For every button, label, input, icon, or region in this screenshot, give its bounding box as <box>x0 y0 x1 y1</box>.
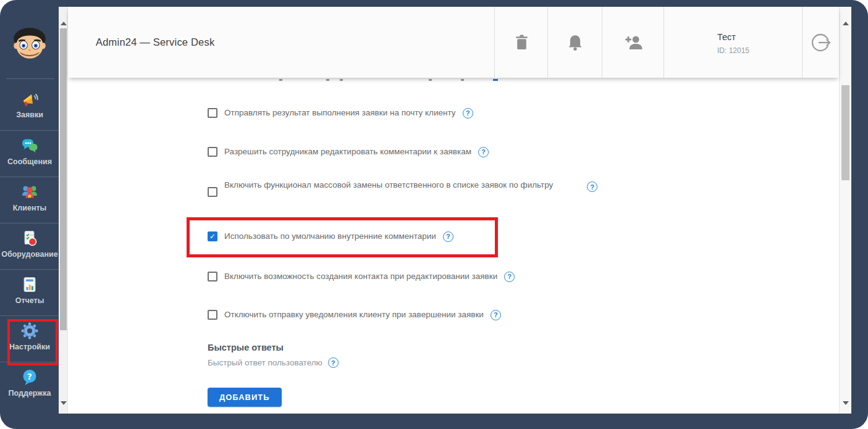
help-icon[interactable]: ? <box>504 272 515 282</box>
checkbox[interactable] <box>208 310 217 320</box>
setting-label: Использовать по умолчанию внутренние ком… <box>224 230 436 243</box>
user-menu[interactable]: Тест ID: 12015 <box>664 7 803 78</box>
sidebar-item-label: Отчеты <box>15 296 44 305</box>
content-scrollbar[interactable] <box>59 7 68 414</box>
sidebar-item-label: Оборудование <box>1 250 57 259</box>
sidebar-item-label: Настройки <box>9 343 50 351</box>
checkbox[interactable] <box>208 147 217 157</box>
help-icon[interactable]: ? <box>328 357 339 368</box>
scroll-down-icon[interactable] <box>61 401 67 405</box>
page-scrollbar[interactable] <box>839 7 851 414</box>
sidebar-item-podderzhka[interactable]: ? Поддержка <box>0 362 59 408</box>
scrollbar-thumb[interactable] <box>60 28 67 330</box>
help-icon[interactable]: ? <box>478 147 489 157</box>
gear-icon <box>20 322 39 339</box>
setting-label: Включить возможность создания контакта п… <box>224 270 497 283</box>
setting-row: Разрешить сотрудникам редактировать комм… <box>208 146 489 158</box>
app-window: Admin24 — Service Desk <box>59 7 851 414</box>
megaphone-icon <box>21 90 38 107</box>
setting-label: Отправлять результат выполнения заявки н… <box>224 107 456 119</box>
sidebar-item-otchety[interactable]: Отчеты <box>0 269 59 315</box>
help-icon[interactable]: ? <box>587 181 597 192</box>
checkbox[interactable] <box>208 231 217 241</box>
setting-row: Отключить отправку уведомления клиенту п… <box>208 309 501 321</box>
setting-row: Включить возможность создания контакта п… <box>208 270 515 283</box>
sidebar: Заявки Сообщения Клиенты Оборудование От… <box>0 0 59 429</box>
sidebar-item-soobshcheniya[interactable]: Сообщения <box>0 130 59 177</box>
setting-label: Включить функционал массовой замены отве… <box>224 179 565 191</box>
setting-row: Отправлять результат выполнения заявки н… <box>208 107 473 119</box>
setting-row: Включить функционал массовой замены отве… <box>208 179 565 197</box>
bell-icon <box>567 34 583 51</box>
clipped-row-remnant <box>68 79 839 81</box>
user-name: Тест <box>717 32 749 42</box>
setting-label: Разрешить сотрудникам редактировать комм… <box>224 146 471 158</box>
sidebar-item-label: Поддержка <box>9 389 51 398</box>
add-quick-reply-button[interactable]: ДОБАВИТЬ <box>208 388 282 407</box>
trash-button[interactable] <box>494 7 548 78</box>
sidebar-item-label: Сообщения <box>7 157 52 166</box>
chat-icon <box>21 136 38 154</box>
help-icon[interactable]: ? <box>463 108 473 119</box>
trash-icon <box>514 34 529 51</box>
sidebar-item-label: Клиенты <box>13 204 47 212</box>
avatar <box>0 26 59 63</box>
checkbox[interactable] <box>208 272 217 281</box>
page-title: Admin24 — Service Desk <box>96 7 214 78</box>
sidebar-item-klienty[interactable]: Клиенты <box>0 177 59 223</box>
sidebar-item-nastroyki[interactable]: Настройки <box>0 315 59 362</box>
user-id: ID: 12015 <box>717 46 749 55</box>
sidebar-item-label: Заявки <box>16 110 43 119</box>
notifications-button[interactable] <box>547 7 602 78</box>
reports-icon <box>21 275 38 293</box>
settings-panel: Отправлять результат выполнения заявки н… <box>68 78 839 414</box>
sidebar-divider <box>6 78 54 79</box>
logout-button[interactable] <box>802 7 840 78</box>
setting-row: Использовать по умолчанию внутренние ком… <box>208 230 453 243</box>
quick-replies-subtext: Быстрый ответ пользователю ? <box>208 357 339 368</box>
checkbox[interactable] <box>208 187 217 197</box>
quick-replies-heading: Быстрые ответы <box>208 343 284 352</box>
help-icon[interactable]: ? <box>443 231 453 242</box>
svg-text:?: ? <box>27 371 32 381</box>
sidebar-item-zayavki[interactable]: Заявки <box>0 84 59 130</box>
people-icon <box>21 183 38 201</box>
scroll-down-icon[interactable] <box>843 401 849 405</box>
checkbox[interactable] <box>208 108 217 118</box>
support-icon: ? <box>21 368 38 386</box>
app-frame: Заявки Сообщения Клиенты Оборудование От… <box>0 0 868 429</box>
logout-icon <box>810 31 832 54</box>
help-icon[interactable]: ? <box>491 310 501 320</box>
setting-label: Отключить отправку уведомления клиенту п… <box>224 309 484 321</box>
sidebar-items: Заявки Сообщения Клиенты Оборудование От… <box>0 84 59 408</box>
sidebar-item-oborudovanie[interactable]: Оборудование <box>0 223 59 269</box>
header: Admin24 — Service Desk <box>68 7 839 78</box>
equipment-icon <box>21 229 38 247</box>
scroll-up-icon[interactable] <box>61 22 67 25</box>
person-add-icon <box>623 34 643 51</box>
add-user-button[interactable] <box>602 7 664 78</box>
scrollbar-thumb[interactable] <box>841 85 849 180</box>
scroll-up-icon[interactable] <box>843 22 849 25</box>
